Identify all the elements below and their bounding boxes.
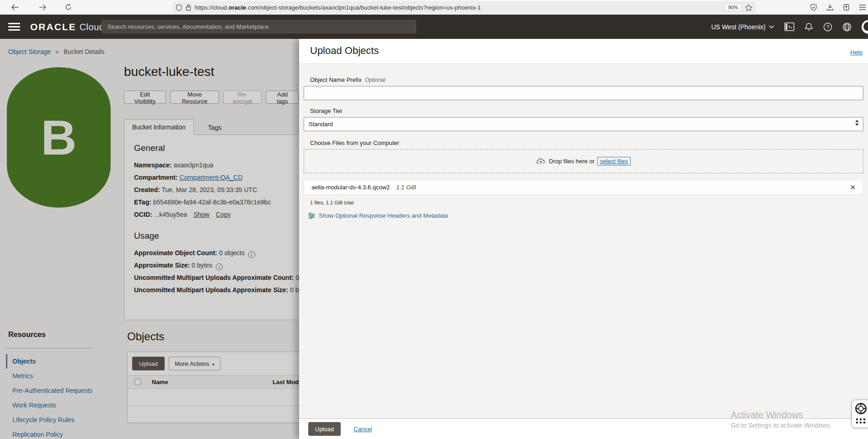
info-icon[interactable]: i — [216, 263, 223, 270]
region-selector[interactable]: US West (Phoenix) — [711, 23, 774, 31]
objects-table-container: Upload More Actions▾ Name Last Modi — [127, 352, 299, 423]
column-last-modified: Last Modi — [273, 379, 299, 385]
field-namespace: Namespace: axaoclpn1qua — [134, 159, 299, 171]
usage-fields: Approximate Object Count: 0 objectsi App… — [134, 247, 299, 296]
breadcrumb-object-storage[interactable]: Object Storage — [8, 48, 51, 55]
shield-icon[interactable] — [176, 4, 182, 11]
oci-header: ORACLE Cloud US West (Phoenix) ? — [0, 15, 868, 39]
logo-cloud: Cloud — [80, 22, 105, 32]
global-search-input[interactable] — [102, 20, 416, 33]
support-lifering-icon — [855, 402, 867, 415]
select-all-checkbox[interactable] — [134, 379, 141, 385]
field-multipart-count: Uncommitted Multipart Uploads Approximat… — [134, 272, 299, 284]
sidebar-item-objects[interactable]: Objects — [6, 354, 92, 369]
region-label: US West (Phoenix) — [711, 23, 766, 31]
forward-icon[interactable] — [36, 1, 49, 13]
panel-cancel-link[interactable]: Cancel — [354, 426, 372, 433]
storage-tier-label: Storage Tier — [310, 107, 863, 114]
objects-heading: Objects — [127, 330, 164, 343]
bucket-details-page: Object Storage » Bucket Details B bucket… — [0, 39, 299, 439]
compartment-link[interactable]: Compartment-QA_CD — [180, 174, 243, 181]
re-encrypt-button[interactable]: Re-encrypt — [223, 91, 262, 104]
sidebar-item-lifecycle-policy-rules[interactable]: Lifecycle Policy Rules — [6, 412, 92, 427]
prefix-label: Object Name PrefixOptional — [310, 76, 863, 83]
breadcrumb: Object Storage » Bucket Details — [8, 48, 104, 55]
browser-menu-icon[interactable] — [859, 4, 866, 11]
help-icon[interactable]: ? — [823, 22, 832, 32]
panel-upload-button[interactable]: Upload — [308, 422, 341, 436]
browser-right-icons — [810, 0, 868, 15]
optional-label: Optional — [365, 77, 386, 83]
notifications-bell-icon[interactable] — [804, 22, 813, 32]
select-files-link[interactable]: select files — [597, 157, 631, 166]
file-name: aella-modular-ds-4.3.6.qcow2 — [311, 184, 390, 191]
profile-avatar[interactable] — [862, 20, 868, 34]
field-created: Created: Tue, Mar 28, 2023, 05:33:35 UTC — [134, 184, 299, 196]
bucket-actions: Edit Visibility Move Resource Re-encrypt… — [124, 91, 299, 104]
bucket-information-panel: General Namespace: axaoclpn1qua Compartm… — [124, 134, 299, 320]
file-drop-zone[interactable]: Drop files here or select files — [304, 149, 863, 173]
sidebar-item-metrics[interactable]: Metrics — [6, 369, 92, 383]
lock-icon[interactable] — [186, 4, 191, 11]
oracle-cloud-logo[interactable]: ORACLE Cloud — [30, 21, 104, 32]
chevron-down-icon — [769, 25, 774, 29]
table-row — [128, 389, 299, 406]
remove-file-icon[interactable]: ✕ — [850, 184, 856, 191]
object-name-prefix-input[interactable] — [304, 86, 863, 100]
choose-files-label: Choose Files from your Computer — [310, 139, 863, 146]
field-approx-size: Approximate Size: 0 bytesi — [134, 259, 299, 272]
save-to-pocket-icon[interactable] — [843, 4, 850, 11]
ocid-copy-link[interactable]: Copy — [216, 211, 231, 218]
back-icon[interactable] — [8, 1, 22, 13]
breadcrumb-separator: » — [55, 48, 59, 55]
language-globe-icon[interactable] — [842, 22, 852, 32]
add-tags-button[interactable]: Add tags — [266, 91, 299, 104]
panel-footer: Upload Cancel — [299, 418, 868, 439]
general-heading: General — [134, 143, 299, 153]
selected-file-row: aella-modular-ds-4.3.6.qcow2 1.1 GiB ✕ — [304, 180, 863, 195]
bookmark-star-icon[interactable] — [745, 4, 752, 11]
upload-button[interactable]: Upload — [132, 357, 165, 370]
storage-tier-select[interactable]: Standard — [304, 117, 863, 131]
field-object-count: Approximate Object Count: 0 objectsi — [134, 247, 299, 259]
nav-menu-icon[interactable] — [8, 21, 20, 32]
divider — [6, 348, 92, 348]
zoom-level-badge[interactable]: 90% — [725, 4, 741, 11]
support-widget[interactable] — [852, 400, 868, 428]
field-compartment: Compartment: Compartment-QA_CD — [134, 171, 299, 184]
cloud-shell-icon[interactable] — [784, 22, 794, 31]
panel-header: Upload Objects Help — [299, 39, 868, 64]
info-icon[interactable]: i — [248, 251, 255, 258]
reload-icon[interactable] — [61, 1, 75, 13]
field-multipart-size: Uncommitted Multipart Uploads Approximat… — [134, 284, 299, 296]
sidebar-item-work-requests[interactable]: Work Requests — [6, 398, 92, 412]
field-etag: ETag: b554680e-fa94-42af-8c3b-e0a378c1e8… — [134, 196, 299, 209]
resources-sidebar: Resources Objects Metrics Pre-Authentica… — [6, 331, 92, 439]
downloads-icon[interactable] — [826, 4, 834, 11]
help-link[interactable]: Help — [850, 49, 863, 56]
show-metadata-link[interactable]: Show Optional Response Headers and Metad… — [308, 212, 863, 219]
drop-files-text: Drop files here or — [549, 158, 595, 165]
url-domain: oracle — [229, 4, 246, 11]
protection-shield-icon[interactable] — [810, 4, 817, 11]
screen: https://cloud.oracle.com/object-storage/… — [0, 0, 868, 439]
cloud-upload-icon — [536, 158, 545, 165]
page-title: bucket-luke-test — [124, 64, 214, 79]
file-size: 1.1 GiB — [396, 184, 416, 191]
breadcrumb-current: Bucket Details — [64, 48, 104, 55]
url-bar[interactable]: https://cloud.oracle.com/object-storage/… — [172, 1, 756, 13]
panel-title: Upload Objects — [310, 45, 379, 57]
bucket-initial: B — [41, 109, 77, 166]
oci-header-right: US West (Phoenix) ? — [711, 15, 868, 39]
tab-bucket-information[interactable]: Bucket Information — [124, 119, 194, 135]
tab-tags[interactable]: Tags — [200, 120, 230, 135]
sidebar-item-replication-policy[interactable]: Replication Policy — [6, 427, 92, 439]
edit-visibility-button[interactable]: Edit Visibility — [124, 91, 166, 104]
sidebar-item-pre-authenticated-requests[interactable]: Pre-Authenticated Requests — [6, 383, 92, 398]
svg-text:?: ? — [826, 24, 829, 30]
ocid-show-link[interactable]: Show — [193, 211, 209, 218]
more-actions-button[interactable]: More Actions▾ — [169, 357, 220, 370]
move-resource-button[interactable]: Move Resource — [170, 91, 220, 104]
bucket-tabs: Bucket Information Tags — [124, 119, 229, 135]
objects-toolbar: Upload More Actions▾ — [128, 352, 299, 375]
